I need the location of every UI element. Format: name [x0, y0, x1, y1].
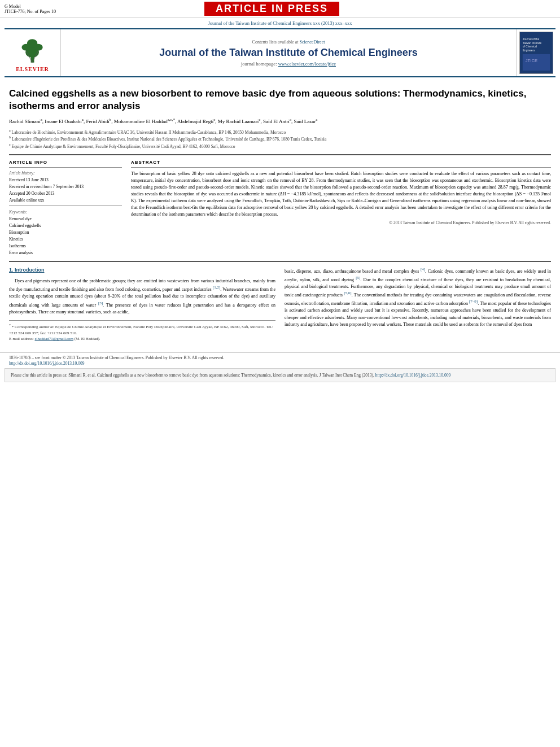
article-in-press-banner: ARTICLE IN PRESS [204, 2, 339, 16]
citation-box: Please cite this article in press as: Sl… [5, 368, 555, 382]
journal-link-bar: Journal of the Taiwan Institute of Chemi… [0, 18, 560, 28]
svg-point-4 [27, 39, 38, 47]
abstract-copyright: © 2013 Taiwan Institute of Chemical Engi… [131, 220, 551, 225]
keyword-1: Removal dye [9, 216, 122, 222]
journal-citation: Journal of the Taiwan Institute of Chemi… [208, 20, 352, 26]
svg-text:Taiwan Institute: Taiwan Institute [522, 42, 541, 45]
affiliation-c: c Equipe de Chimie Analytique & Environn… [9, 142, 551, 150]
footnote-area: * * Corresponding author at: Equipe de C… [9, 320, 275, 342]
keyword-5: Isotherms [9, 243, 122, 250]
affiliation-b: b Laboratoire d'Ingénierie des Protéines… [9, 135, 551, 142]
affiliation-a: a Laboratoire de Biochimie, Environnemen… [9, 128, 551, 136]
intro-para-1: Dyes and pigments represent one of the p… [9, 278, 275, 316]
journal-header: ELSEVIER Contents lists available at Sci… [5, 28, 555, 77]
keyword-4: Kinetics [9, 236, 122, 243]
ref-7-9: [7–9] [469, 299, 478, 304]
keywords-list: Removal dye Calcined eggshells Biosorpti… [9, 216, 122, 256]
keyword-6: Error analysis [9, 250, 122, 256]
keyword-2: Calcined eggshells [9, 222, 122, 229]
body-col-left: 1. Introduction Dyes and pigments repres… [9, 267, 275, 342]
ref-4: [4] [421, 267, 425, 272]
revised-date: Received in revised form 7 September 201… [9, 184, 122, 190]
info-abstract-row: ARTICLE INFO Article history: Received 1… [9, 160, 551, 256]
elsevier-label: ELSEVIER [16, 66, 49, 72]
journal-cover-image: Journal of the Taiwan Institute of Chemi… [519, 32, 553, 74]
svg-text:Journal of the: Journal of the [522, 38, 539, 41]
authors-line: Rachid Slimania, Imane El Ouahabia, Feri… [9, 117, 551, 125]
keywords-section: Keywords: Removal dye Calcined eggshells… [9, 209, 122, 256]
citation-text: Please cite this article in press as: Sl… [11, 373, 374, 378]
g-model-text: G Model JTICE-776; No. of Pages 10 [5, 4, 56, 14]
abstract-text: The biosorption of basic yellow 28 dye o… [131, 171, 551, 218]
article-title: Calcined eggshells as a new biosorbent t… [9, 88, 551, 112]
contents-available: Contents lists available at ScienceDirec… [252, 40, 325, 45]
doi-link[interactable]: http://dx.doi.org/10.1016/j.jtice.2013.1… [9, 361, 84, 366]
elsevier-tree-icon [17, 34, 48, 65]
ref-3: [3] [98, 301, 103, 305]
content-area: Calcined eggshells as a new biosorbent t… [0, 77, 560, 346]
email-label: E-mail address: [9, 337, 34, 341]
top-banner: G Model JTICE-776; No. of Pages 10 ARTIC… [0, 0, 560, 18]
article-history-label: Article history: [9, 171, 122, 176]
footnote-star: * [9, 324, 11, 327]
available-online: Available online xxx [9, 197, 122, 204]
svg-text:Engineers: Engineers [522, 49, 535, 52]
email-link[interactable]: elhaddad71@gmail.com [35, 337, 73, 341]
citation-doi-link[interactable]: http://dx.doi.org/10.1016/j.jtice.2013.1… [375, 373, 450, 378]
homepage-link[interactable]: www.elsevier.com/locate/jtice [278, 61, 336, 67]
footnote-text: * * Corresponding author at: Equipe de C… [9, 323, 275, 342]
elsevier-logo: ELSEVIER [5, 29, 61, 76]
body-col-right: basic, disperse, azo, diazo, anthraquino… [285, 267, 551, 342]
journal-title-center: Contents lists available at ScienceDirec… [61, 29, 516, 76]
body-content: 1. Introduction Dyes and pigments repres… [9, 267, 551, 342]
keywords-label: Keywords: [9, 209, 122, 215]
journal-homepage: journal homepage: www.elsevier.com/locat… [241, 61, 336, 67]
email-name: (M. El Haddad). [75, 337, 100, 341]
ref-5: [5] [356, 276, 360, 280]
journal-title-text: Journal of the Taiwan Institute of Chemi… [159, 47, 418, 59]
info-divider [9, 167, 122, 168]
journal-cover: Journal of the Taiwan Institute of Chemi… [516, 29, 555, 76]
received-date: Received 13 June 2013 [9, 177, 122, 184]
intro-section-heading: 1. Introduction [9, 267, 45, 273]
ref-5-6: [5,6] [344, 291, 351, 295]
svg-text:of Chemical: of Chemical [522, 45, 537, 48]
header-divider [9, 154, 551, 155]
body-text-right: basic, disperse, azo, diazo, anthraquino… [285, 267, 551, 329]
abstract-header: ABSTRACT [131, 160, 551, 165]
article-info-col: ARTICLE INFO Article history: Received 1… [9, 160, 122, 256]
keywords-divider [9, 206, 122, 206]
body-divider [9, 261, 551, 262]
issn-text: 1876-1070/$ – see front matter © 2013 Ta… [9, 355, 551, 360]
issn-bar: 1876-1070/$ – see front matter © 2013 Ta… [0, 352, 560, 368]
keyword-3: Biosorption [9, 229, 122, 236]
article-info-header: ARTICLE INFO [9, 160, 122, 165]
abstract-col: ABSTRACT The biosorption of basic yellow… [131, 160, 551, 256]
intro-heading-paragraph: 1. Introduction [9, 267, 275, 274]
ref-1-2: [1,2] [213, 285, 220, 290]
abstract-divider [131, 167, 551, 168]
svg-text:JTICE: JTICE [525, 58, 537, 63]
intro-para-2: basic, disperse, azo, diazo, anthraquino… [285, 267, 551, 329]
accepted-date: Accepted 20 October 2013 [9, 190, 122, 197]
affiliations: a Laboratoire de Biochimie, Environnemen… [9, 128, 551, 150]
body-text-left: 1. Introduction Dyes and pigments repres… [9, 267, 275, 316]
